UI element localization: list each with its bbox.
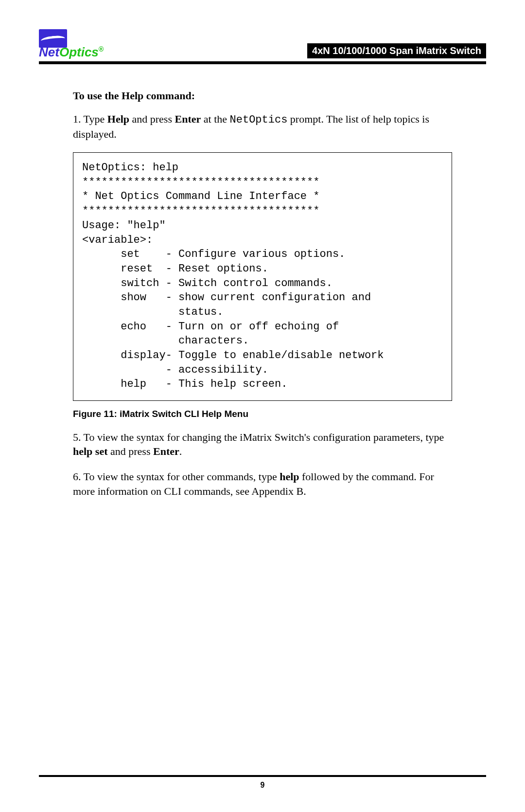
step-5: 5. To view the syntax for changing the i…: [73, 430, 452, 459]
header: NetOptics® 4xN 10/100/1000 Span iMatrix …: [39, 29, 486, 58]
step-bold: Help: [107, 113, 129, 125]
header-rule: [39, 61, 486, 64]
step-1: 1. Type Help and press Enter at the NetO…: [73, 112, 452, 142]
step-bold: Enter: [153, 445, 179, 457]
step-bold: Enter: [175, 113, 201, 125]
step-text: To view the syntax for other commands, t…: [84, 470, 280, 483]
footer-rule: [39, 775, 486, 777]
step-text: and press: [108, 445, 153, 457]
step-text: To view the syntax for changing the iMat…: [84, 431, 444, 443]
logo: NetOptics®: [39, 29, 104, 58]
step-number: 5.: [73, 431, 81, 443]
step-text: Type: [84, 113, 107, 125]
document-title: 4xN 10/100/1000 Span iMatrix Switch: [307, 43, 486, 58]
step-bold: help set: [73, 445, 108, 457]
figure-label: Figure 11:: [73, 409, 117, 419]
figure-caption: Figure 11: iMatrix Switch CLI Help Menu: [73, 408, 452, 420]
footer: 9: [39, 775, 486, 790]
step-6: 6. To view the syntax for other commands…: [73, 469, 452, 498]
step-text: .: [179, 445, 182, 457]
step-text: and press: [129, 113, 175, 125]
page-number: 9: [39, 781, 486, 790]
logo-swoosh-icon: [39, 29, 67, 48]
step-number: 1.: [73, 113, 81, 125]
page: NetOptics® 4xN 10/100/1000 Span iMatrix …: [0, 0, 525, 812]
step-text: at the: [201, 113, 229, 125]
content-area: To use the Help command: 1. Type Help an…: [39, 89, 486, 498]
step-number: 6.: [73, 470, 81, 483]
section-heading: To use the Help command:: [73, 89, 452, 103]
step-bold: help: [280, 470, 299, 483]
logo-registered-icon: ®: [99, 45, 104, 53]
step-mono: NetOptics: [230, 114, 288, 126]
figure-text: iMatrix Switch CLI Help Menu: [117, 409, 248, 419]
cli-output-box: NetOptics: help ************************…: [73, 152, 452, 401]
